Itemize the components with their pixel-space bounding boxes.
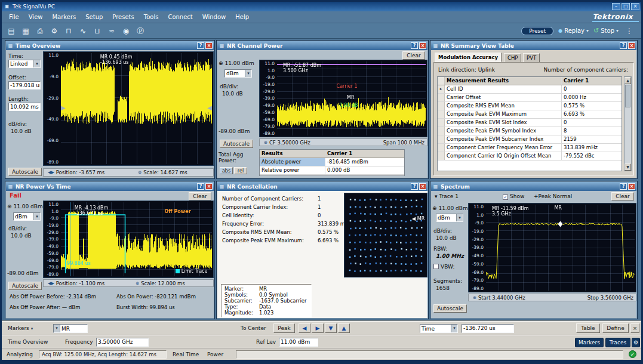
- close-panel-button[interactable]: ×: [205, 42, 213, 49]
- more-options-icon[interactable]: ⋮: [623, 27, 635, 35]
- unit-select[interactable]: dBm▾: [224, 69, 252, 78]
- vbw-checkbox[interactable]: VBW:: [433, 264, 454, 270]
- scrollbar-thumb[interactable]: [625, 85, 630, 107]
- gear-icon[interactable]: ⚙: [632, 338, 640, 347]
- menu-view[interactable]: View: [24, 13, 48, 21]
- rel-button[interactable]: rel: [234, 167, 247, 174]
- open-icon[interactable]: ▤: [5, 25, 18, 37]
- time-overview-chart[interactable]: 11.0-9.0-29.0-49.0-69.0-89.0 MR 0.45 dBm…: [43, 51, 214, 166]
- help-button[interactable]: ?: [411, 42, 418, 49]
- to-center-button[interactable]: To Center: [241, 325, 266, 331]
- menu-connect[interactable]: Connect: [163, 13, 197, 21]
- channel-power-plot[interactable]: MR: -51.87 dBm3.500 GHz Carrier 1 MR 0.0…: [277, 61, 426, 135]
- stop-control[interactable]: ↺ Stop ▾: [593, 27, 619, 35]
- ref-level-field[interactable]: 11.00 dBm: [279, 338, 318, 347]
- table-row[interactable]: Component Carrier Frequency Mean Error31…: [438, 144, 622, 152]
- unit-select[interactable]: dBm▾: [13, 212, 41, 221]
- constellation-canvas[interactable]: [345, 194, 426, 276]
- menu-file[interactable]: File: [4, 13, 24, 21]
- help-button[interactable]: ?: [197, 42, 204, 49]
- close-panel-button[interactable]: ×: [205, 183, 213, 190]
- length-field[interactable]: 10.092 ms: [8, 103, 41, 111]
- abs-button[interactable]: abs: [220, 167, 233, 174]
- peak-lower-button[interactable]: ▼: [325, 323, 337, 333]
- pan-handle-left-icon[interactable]: ▶: [61, 104, 66, 111]
- help-button[interactable]: ?: [620, 42, 627, 49]
- tab-chp[interactable]: CHP: [504, 53, 521, 63]
- clear-button[interactable]: Clear: [189, 192, 211, 200]
- trace-select[interactable]: ▾ Trace 1: [435, 193, 459, 199]
- tab-modulation-accuracy[interactable]: Modulation Accuracy: [435, 53, 502, 62]
- offset-field[interactable]: -179.018 us: [8, 81, 41, 90]
- close-button[interactable]: ×: [631, 3, 639, 10]
- table-row[interactable]: Composite Peak EVM Symbol Index8: [438, 127, 622, 135]
- minimize-button[interactable]: –: [612, 3, 620, 10]
- table-scrollbar[interactable]: ▲ ▼: [624, 76, 632, 171]
- table-row[interactable]: ▸Cell ID0: [438, 85, 622, 94]
- menu-window[interactable]: Window: [198, 13, 230, 21]
- step-measure-icon[interactable]: ⊔: [91, 25, 104, 37]
- close-panel-button[interactable]: ×: [628, 42, 635, 49]
- scroll-up-icon[interactable]: ▲: [624, 77, 631, 84]
- channel-power-chart[interactable]: 11.01.0-9.0-19.0-29.0-39.0-49.0-59.0-69.…: [259, 60, 427, 137]
- autoscale-button[interactable]: Autoscale: [8, 282, 42, 290]
- spectrum-canvas[interactable]: [486, 205, 635, 291]
- define-button[interactable]: Define: [602, 323, 629, 333]
- markers-panel-button[interactable]: Markers: [575, 338, 604, 347]
- spectrum-plot[interactable]: MR -11.59 dBm3.5 GHz MR: [486, 205, 635, 291]
- pvt-plot[interactable]: MR -4.13 dBm-136.671 us Off Power 99.884…: [61, 202, 212, 276]
- tab-pvt[interactable]: PVT: [523, 53, 540, 63]
- menu-tools[interactable]: Tools: [139, 13, 164, 21]
- autoscale-button[interactable]: Autoscale: [220, 140, 253, 148]
- marker-domain-select[interactable]: Time▾: [420, 324, 458, 333]
- table-row[interactable]: Absolute power -816.485 mdBm: [260, 158, 404, 166]
- clear-button[interactable]: Clear: [611, 192, 634, 200]
- timeoverview-canvas[interactable]: [61, 53, 212, 164]
- menu-help[interactable]: Help: [230, 13, 254, 21]
- save-icon[interactable]: ▦: [19, 25, 32, 37]
- time-overview-plot[interactable]: MR 0.45 dBm-136.693 us ▶ ◀: [61, 53, 212, 164]
- wave-measure-icon[interactable]: ∿: [76, 25, 90, 37]
- close-panel-button[interactable]: ×: [628, 183, 635, 190]
- pulse-measure-icon[interactable]: ⊓: [62, 25, 75, 37]
- peak-button[interactable]: Peak: [273, 323, 295, 333]
- clear-button[interactable]: Clear: [402, 51, 425, 60]
- constellation-plot[interactable]: ◀ MR: [345, 194, 426, 276]
- menu-presets[interactable]: Presets: [107, 13, 139, 21]
- peak-left-button[interactable]: ◀: [299, 323, 310, 333]
- help-button[interactable]: ?: [411, 183, 418, 190]
- table-button[interactable]: Table: [576, 323, 600, 333]
- close-markers-bar-button[interactable]: ×: [630, 323, 639, 333]
- table-row[interactable]: Composite Peak EVM Subcarrier Index2159: [438, 135, 622, 144]
- table-row[interactable]: Relative power 0.000 dB: [260, 166, 404, 175]
- frequency-field[interactable]: 3.50000 GHz: [96, 338, 149, 347]
- marker-select[interactable]: ▾MR: [53, 324, 88, 333]
- spectrum-chart[interactable]: 11.01.0-9.0-19.0-29.0-39.0-49.0-59.0-69.…: [468, 203, 636, 292]
- table-row[interactable]: Component Carrier IQ Origin Offset Mean-…: [438, 152, 622, 161]
- preset-button[interactable]: Preset: [521, 27, 553, 35]
- replay-control[interactable]: ● Replay ▾: [558, 27, 589, 34]
- table-row[interactable]: Composite Peak EVM Maximum6.693 %: [438, 110, 622, 119]
- help-button[interactable]: ?: [197, 183, 204, 190]
- camera-icon[interactable]: ◉: [119, 25, 133, 37]
- autoscale-button[interactable]: Autoscale: [8, 168, 42, 176]
- table-row[interactable]: Carrier Offset0.000 Hz: [438, 94, 622, 102]
- table-row[interactable]: Composite Peak EVM Slot Index0: [438, 119, 622, 127]
- preset-p-icon[interactable]: Ⓟ: [134, 25, 147, 37]
- menu-markers[interactable]: Markers: [47, 13, 81, 21]
- traces-panel-button[interactable]: Traces: [605, 338, 630, 347]
- scroll-down-icon[interactable]: ▼: [624, 164, 631, 171]
- help-button[interactable]: ?: [620, 183, 627, 190]
- peak-right-button[interactable]: ▶: [312, 323, 324, 333]
- constellation-chart[interactable]: ◀ MR: [344, 193, 427, 277]
- print-icon[interactable]: ⎙: [33, 25, 47, 37]
- pan-handle-right-icon[interactable]: ◀: [207, 104, 212, 111]
- pvt-chart[interactable]: 11.01.0-9.0-19.0-29.0-39.0-49.0-59.0-69.…: [43, 200, 214, 278]
- table-row[interactable]: Composite RMS EVM Mean0.575 %: [438, 102, 622, 110]
- time-mode-select[interactable]: Linked▾: [8, 60, 41, 68]
- autoscale-button[interactable]: Autoscale: [433, 304, 467, 313]
- setup-icon[interactable]: ⚙: [48, 25, 61, 37]
- menu-setup[interactable]: Setup: [81, 13, 107, 21]
- maximize-button[interactable]: □: [622, 3, 630, 10]
- peak-higher-button[interactable]: ▲: [338, 323, 350, 333]
